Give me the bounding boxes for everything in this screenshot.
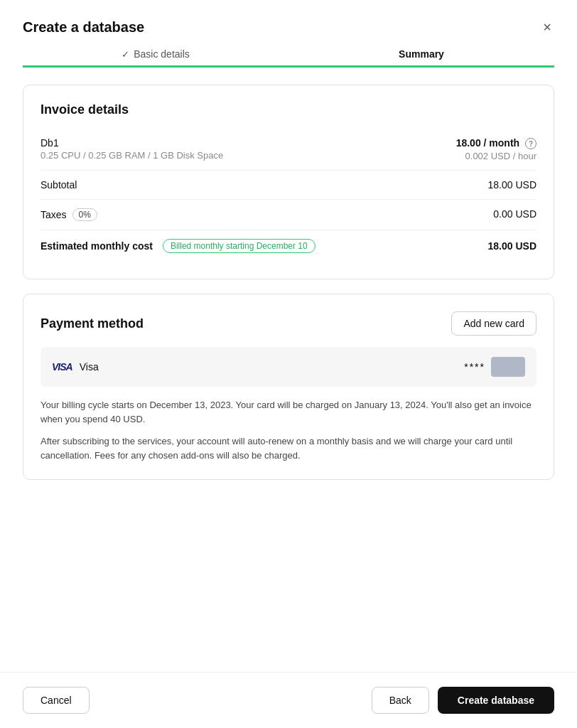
estimated-row: Estimated monthly cost Billed monthly st… [41,230,536,262]
step-basic-details: ✓ Basic details [23,48,288,60]
stepper: ✓ Basic details Summary [0,48,577,60]
visa-card-item: VISA Visa **** [41,347,536,387]
taxes-row: Taxes 0% 0.00 USD [41,199,536,230]
payment-card: Payment method Add new card VISA Visa **… [23,294,554,480]
estimated-label: Estimated monthly cost [41,240,153,252]
back-button[interactable]: Back [372,687,429,714]
billed-badge: Billed monthly starting December 10 [163,239,316,253]
step1-check-icon: ✓ [122,49,129,60]
db-name: Db1 [41,137,223,149]
footer-left: Cancel [23,687,90,714]
visa-logo: VISA [52,361,72,373]
step2-label: Summary [399,48,444,60]
billing-note: Your billing cycle starts on December 13… [41,398,536,426]
taxes-left: Taxes 0% [41,208,97,221]
cancel-button[interactable]: Cancel [23,687,90,714]
db-price: 18.00 / month ? [456,137,536,149]
invoice-db-right: 18.00 / month ? 0.002 USD / hour [456,137,536,161]
db-hourly: 0.002 USD / hour [456,151,536,161]
step1-label: Basic details [134,48,190,60]
card-label: Visa [80,361,99,373]
invoice-title: Invoice details [41,102,536,117]
step-summary: Summary [288,48,554,60]
estimated-value: 18.00 USD [488,240,536,252]
add-card-button[interactable]: Add new card [451,311,536,336]
payment-header: Payment method Add new card [41,311,536,336]
invoice-db-row: Db1 0.25 CPU / 0.25 GB RAM / 1 GB Disk S… [41,129,536,170]
payment-title: Payment method [41,316,144,331]
dialog-footer: Cancel Back Create database [0,672,577,728]
card-dots: **** [464,361,485,373]
dialog-header: Create a database × [0,0,577,48]
close-button[interactable]: × [540,17,554,37]
invoice-card: Invoice details Db1 0.25 CPU / 0.25 GB R… [23,85,554,279]
tax-badge: 0% [72,208,97,221]
estimated-left: Estimated monthly cost Billed monthly st… [41,239,316,253]
subtotal-value: 18.00 USD [488,179,536,191]
invoice-db-left: Db1 0.25 CPU / 0.25 GB RAM / 1 GB Disk S… [41,137,223,161]
card-last4-box [491,357,525,377]
create-database-dialog: Create a database × ✓ Basic details Summ… [0,0,577,728]
db-specs: 0.25 CPU / 0.25 GB RAM / 1 GB Disk Space [41,150,223,161]
taxes-label: Taxes [41,209,67,220]
taxes-value: 0.00 USD [493,208,536,220]
subtotal-label: Subtotal [41,179,77,191]
info-icon: ? [525,138,536,149]
dialog-title: Create a database [23,19,144,36]
dialog-body: Invoice details Db1 0.25 CPU / 0.25 GB R… [0,68,577,672]
card-item-right: **** [464,357,525,377]
card-item-left: VISA Visa [52,361,99,373]
auto-renew-note: After subscribing to the services, your … [41,434,536,462]
footer-right: Back Create database [372,687,554,714]
subtotal-row: Subtotal 18.00 USD [41,170,536,199]
create-database-button[interactable]: Create database [438,687,554,714]
